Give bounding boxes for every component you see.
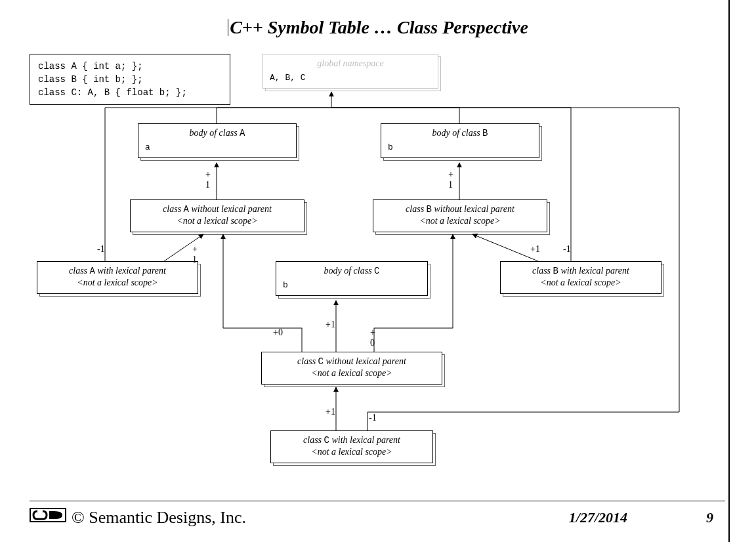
node-a-without-lexical-parent: class A without lexical parent <not a le… [130, 199, 304, 232]
note: <not a lexical scope> [373, 216, 547, 232]
node-b-without-lexical-parent: class B without lexical parent <not a le… [373, 199, 547, 232]
node-c-without-lexical-parent: class C without lexical parent <not a le… [261, 352, 442, 385]
edge-label: -1 [563, 245, 571, 254]
node-body-class-c: body of class C b [276, 261, 428, 296]
label: body of class C [276, 262, 427, 278]
edge-label: + [370, 328, 375, 337]
edge-label: +0 [273, 328, 283, 337]
slide-title: C++ Symbol Table … Class Perspective [0, 17, 756, 38]
node-global-namespace: global namespace A, B, C [262, 54, 438, 89]
label: global namespace [263, 54, 438, 70]
edge-label: + [448, 170, 453, 179]
label: class A without lexical parent [131, 200, 304, 216]
note: <not a lexical scope> [37, 278, 198, 293]
edge-label: + [192, 245, 198, 254]
page-right-border [728, 0, 730, 542]
edge-label: + [205, 170, 211, 179]
label: class B without lexical parent [373, 200, 547, 216]
edge-label: +1 [326, 320, 335, 329]
label: class C with lexical parent [271, 431, 432, 447]
note: <not a lexical scope> [131, 216, 304, 232]
company-logo [30, 506, 66, 529]
label: body of class A [138, 124, 296, 140]
label: body of class B [381, 124, 539, 140]
footer-date: 1/27/2014 [569, 509, 627, 526]
title-text: C++ Symbol Table … Class Perspective [230, 17, 528, 37]
content: A, B, C [263, 70, 438, 88]
note: <not a lexical scope> [271, 447, 432, 463]
content: a [138, 140, 296, 157]
node-b-with-lexical-parent: class B with lexical parent <not a lexic… [500, 261, 662, 294]
edge-label: 0 [370, 339, 375, 348]
footer-company: © Semantic Designs, Inc. [72, 508, 246, 528]
edge-label: 1 [448, 180, 453, 190]
label: class C without lexical parent [262, 352, 442, 368]
note: <not a lexical scope> [262, 368, 442, 384]
node-c-with-lexical-parent: class C with lexical parent <not a lexic… [270, 430, 433, 463]
label: class B with lexical parent [501, 262, 661, 278]
code-listing: class A { int a; }; class B { int b; }; … [30, 54, 230, 105]
slide: C++ Symbol Table … Class Perspective cla… [0, 0, 756, 542]
node-body-class-a: body of class A a [138, 123, 297, 158]
edge-label: 1 [192, 255, 197, 264]
node-a-with-lexical-parent: class A with lexical parent <not a lexic… [37, 261, 198, 294]
edge-label: -1 [97, 245, 105, 254]
footer-page: 9 [706, 509, 713, 526]
edge-label: -1 [369, 413, 377, 423]
note: <not a lexical scope> [501, 278, 661, 293]
edge-label: 1 [205, 180, 210, 190]
content: b [276, 278, 427, 295]
label: class A with lexical parent [37, 262, 198, 278]
edge-label: +1 [326, 407, 335, 417]
node-body-class-b: body of class B b [381, 123, 539, 158]
footer-rule [30, 501, 725, 501]
footer: © Semantic Designs, Inc. 1/27/2014 9 [30, 506, 726, 529]
edge-label: +1 [530, 245, 540, 254]
content: b [381, 140, 539, 157]
text-cursor [228, 19, 228, 36]
